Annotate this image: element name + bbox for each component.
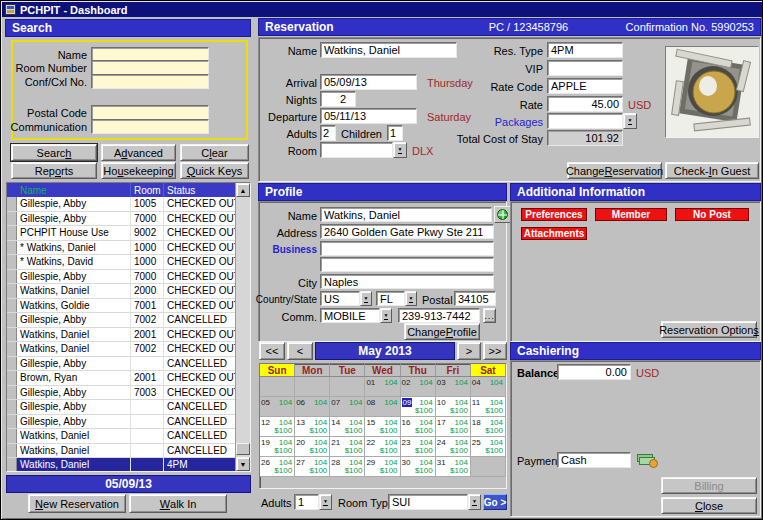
res-name-field[interactable]: Watkins, Daniel: [320, 42, 457, 58]
scrollbar-thumb[interactable]: [236, 443, 250, 455]
phone-field[interactable]: 239-913-7442: [398, 308, 480, 323]
calendar-day-27[interactable]: 27104$100: [295, 457, 330, 477]
calendar-day-13[interactable]: 13104$100: [295, 417, 330, 437]
check-in-guest-button[interactable]: Check-In Guest: [665, 162, 759, 179]
state-field[interactable]: FL: [376, 291, 405, 306]
calendar-adults-dropdown-icon[interactable]: ▼: [319, 494, 332, 510]
badge-attachments[interactable]: Attachments: [521, 227, 587, 240]
row-selector[interactable]: [7, 284, 17, 298]
row-selector[interactable]: [7, 444, 17, 458]
table-row[interactable]: Watkins, DanielCANCELLED: [7, 429, 250, 444]
row-selector[interactable]: [7, 197, 17, 211]
search-postal-input[interactable]: [91, 105, 209, 120]
state-dropdown-icon[interactable]: ▼: [405, 291, 417, 306]
table-row[interactable]: Gillespie, Abby7000CHECKED OUT: [7, 270, 250, 285]
adults-field[interactable]: 2: [320, 125, 336, 141]
children-field[interactable]: 1: [387, 125, 403, 141]
clear-button[interactable]: Clear: [180, 144, 249, 161]
country-field[interactable]: US: [320, 291, 360, 306]
search-comm-input[interactable]: [91, 119, 209, 134]
comm-type-field[interactable]: MOBILE: [320, 308, 380, 323]
calendar-day-17[interactable]: 17104$100: [436, 417, 471, 437]
results-scrollbar[interactable]: ▲ ▼: [235, 183, 250, 471]
table-row[interactable]: Brown, Ryan2001CHECKED OUT: [7, 371, 250, 386]
go-button[interactable]: Go >: [483, 494, 507, 510]
badge-member[interactable]: Member: [595, 208, 667, 221]
badge-preferences[interactable]: Preferences: [521, 208, 587, 221]
table-row[interactable]: Watkins, Daniel2000CHECKED OUT: [7, 284, 250, 299]
rate-code-field[interactable]: APPLE: [547, 78, 623, 94]
column-header-name[interactable]: Name: [17, 183, 131, 197]
row-selector[interactable]: [7, 415, 17, 429]
calendar-day-04[interactable]: 04104: [471, 377, 506, 397]
row-selector[interactable]: [7, 458, 17, 472]
room-type-field[interactable]: SUI: [388, 494, 468, 510]
calendar-day-09[interactable]: 09104$100: [401, 397, 436, 417]
calendar-adults-field[interactable]: 1: [294, 494, 319, 510]
vip-field[interactable]: [547, 60, 623, 76]
packages-label[interactable]: Packages: [439, 116, 543, 128]
table-row[interactable]: PCHPIT House Use9002CHECKED OUT: [7, 226, 250, 241]
business-field[interactable]: [320, 241, 494, 256]
calendar-day-12[interactable]: 12104$100: [260, 417, 295, 437]
calendar-day-03[interactable]: 03104: [436, 377, 471, 397]
departure-field[interactable]: 05/11/13: [320, 108, 417, 124]
row-selector[interactable]: [7, 342, 17, 356]
nights-field[interactable]: 2: [320, 91, 356, 107]
address-field[interactable]: 2640 Golden Gate Pkwy Ste 211: [320, 224, 494, 239]
calendar-day-06[interactable]: 06104: [295, 397, 330, 417]
table-row[interactable]: * Watkins, Daniel1000CHECKED OUT: [7, 241, 250, 256]
country-dropdown-icon[interactable]: ▼: [360, 291, 372, 306]
scroll-down-icon[interactable]: ▼: [236, 457, 250, 471]
reports-button[interactable]: Reports: [11, 162, 97, 179]
close-button[interactable]: Close: [661, 497, 757, 514]
scroll-up-icon[interactable]: ▲: [236, 183, 250, 197]
calendar-next-month-button[interactable]: >: [457, 342, 481, 360]
calendar-day-15[interactable]: 15104$100: [365, 417, 400, 437]
profile-name-field[interactable]: Watkins, Daniel: [320, 207, 492, 222]
calendar-day-07[interactable]: 07104: [330, 397, 365, 417]
reservation-options-button[interactable]: Reservation Options: [661, 321, 757, 338]
calendar-day-22[interactable]: 22104$100: [365, 437, 400, 457]
change-reservation-button[interactable]: Change Reservation: [567, 162, 662, 179]
packages-dropdown-icon[interactable]: ▼: [623, 113, 637, 129]
payment-field[interactable]: Cash: [557, 452, 631, 468]
row-selector[interactable]: [7, 429, 17, 443]
change-profile-button[interactable]: Change Profile: [404, 323, 480, 340]
table-row[interactable]: Gillespie, AbbyCANCELLED: [7, 400, 250, 415]
calendar-day-11[interactable]: 11104$100: [471, 397, 506, 417]
window-titlebar[interactable]: PCHPIT - Dashboard: [2, 2, 762, 17]
calendar-prev-month-button[interactable]: <: [287, 342, 313, 360]
postal-field[interactable]: 34105: [454, 291, 496, 306]
row-selector[interactable]: [7, 255, 17, 269]
search-conf-input[interactable]: [91, 74, 209, 89]
calendar-day-05[interactable]: 05104: [260, 397, 295, 417]
search-room-input[interactable]: [91, 60, 209, 75]
housekeeping-button[interactable]: Housekeeping: [101, 162, 176, 179]
rate-field[interactable]: 45.00: [547, 96, 623, 112]
table-row[interactable]: Watkins, Daniel7002CHECKED OUT: [7, 342, 250, 357]
calendar-day-31[interactable]: 31104$100: [436, 457, 471, 477]
calendar-day-26[interactable]: 26104$100: [260, 457, 295, 477]
calendar-day-14[interactable]: 14104$100: [330, 417, 365, 437]
row-selector[interactable]: [7, 241, 17, 255]
calendar-next-year-button[interactable]: >>: [483, 342, 507, 360]
badge-no-post[interactable]: No Post: [675, 208, 749, 221]
res-type-field[interactable]: 4PM: [547, 42, 623, 58]
business-label[interactable]: Business: [259, 244, 317, 255]
table-row[interactable]: Gillespie, Abby7002CANCELLED: [7, 313, 250, 328]
row-selector[interactable]: [7, 270, 17, 284]
table-row[interactable]: Watkins, Goldie7001CHECKED OUT: [7, 299, 250, 314]
calendar-day-19[interactable]: 19104$100: [260, 437, 295, 457]
quick-keys-button[interactable]: Quick Keys: [180, 162, 249, 179]
table-row[interactable]: Gillespie, AbbyCANCELLED: [7, 415, 250, 430]
calendar-day-10[interactable]: 10104$100: [436, 397, 471, 417]
row-selector[interactable]: [7, 400, 17, 414]
calendar-day-28[interactable]: 28104$100: [330, 457, 365, 477]
calendar-prev-year-button[interactable]: <<: [259, 342, 285, 360]
calendar-day-30[interactable]: 30104$100: [401, 457, 436, 477]
arrival-field[interactable]: 05/09/13: [320, 74, 417, 90]
calendar-day-01[interactable]: 01104: [365, 377, 400, 397]
table-row[interactable]: Watkins, Daniel2001CHECKED OUT: [7, 328, 250, 343]
table-row[interactable]: Gillespie, Abby1005CHECKED OUT: [7, 197, 250, 212]
